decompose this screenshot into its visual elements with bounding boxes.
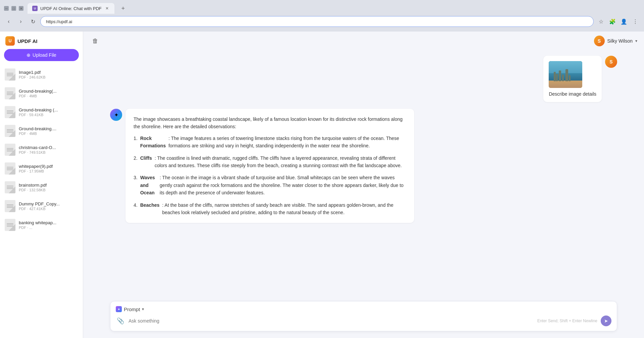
user-menu-chevron-icon: ▾ [635,39,637,43]
file-list-item[interactable]: Ground-breaking(... PDF · 4MB [0,84,83,103]
user-info[interactable]: S Silky Wilson ▾ [594,36,637,46]
file-name: banking whitepap... [19,220,78,225]
user-avatar: S [594,36,605,46]
trash-button[interactable]: 🗑 [90,36,101,46]
ai-intro-text: The image showcases a breathtaking coast… [134,115,406,131]
chat-area: Describe image details S ✦ The image sho… [83,50,644,297]
input-hint: Enter Send; Shift + Enter Newline [537,319,597,323]
file-meta: PDF · 246.62KB [19,75,78,79]
list-item-label: Rock Formations [140,135,166,150]
active-tab[interactable]: U UPDF AI Online: Chat with PDF ✕ [28,3,114,14]
file-name: Ground-breaking (... [19,107,78,112]
file-info: Dummy PDF_Copy... PDF · 427.41KB [19,201,78,211]
file-meta: PDF · 749.51KB [19,150,78,154]
list-item-text: : The ocean in the image is a vibrant sh… [160,174,406,196]
input-row: 📎 Enter Send; Shift + Enter Newline ➤ [116,316,611,326]
file-meta: PDF · 59.41KB [19,113,78,117]
ai-message: ✦ The image showcases a breathtaking coa… [110,109,617,223]
file-list-item[interactable]: Image1.pdf PDF · 246.62KB [0,65,83,84]
user-message: Describe image details S [110,56,617,102]
bookmark-button[interactable]: ☆ [596,17,606,26]
file-icon [5,219,15,231]
minimize-button[interactable]: ─ [4,6,9,11]
file-icon [5,200,15,212]
forward-button[interactable]: › [16,17,26,26]
upload-icon: ⊕ [27,52,31,58]
file-info: brainstorm.pdf PDF · 132.58KB [19,183,78,192]
file-info: Ground-breaking.... PDF · 4MB [19,126,78,136]
attach-button[interactable]: 📎 [116,316,125,326]
file-meta: PDF · 132.58KB [19,188,78,192]
upload-file-button[interactable]: ⊕ Upload File [4,49,79,61]
user-bubble: Describe image details [543,56,602,102]
close-button[interactable]: ✕ [19,6,23,11]
file-list-item[interactable]: Ground-breaking (... PDF · 59.41KB [0,103,83,122]
file-name: Image1.pdf [19,70,78,75]
reload-button[interactable]: ↻ [28,17,38,26]
ask-input[interactable] [129,318,534,324]
list-item: Beaches : At the base of the cliffs, nar… [134,201,406,216]
file-info: whitepaper(9).pdf PDF · 17.95MB [19,164,78,173]
file-icon [5,125,15,137]
file-info: christmas-card-O... PDF · 749.51KB [19,145,78,154]
app-title: UPDF AI [17,38,37,44]
file-meta: PDF · ... [19,226,78,230]
menu-button[interactable]: ⋮ [631,17,640,26]
tab-title: UPDF AI Online: Chat with PDF [40,6,102,11]
file-list-item[interactable]: Ground-breaking.... PDF · 4MB [0,122,83,140]
file-info: Ground-breaking(... PDF · 4MB [19,89,78,98]
send-button[interactable]: ➤ [601,316,611,326]
prompt-label[interactable]: Prompt [124,306,140,312]
file-name: brainstorm.pdf [19,183,78,188]
file-info: Image1.pdf PDF · 246.62KB [19,70,78,79]
list-item-text: : The coastline is lined with dramatic, … [155,154,406,170]
new-tab-button[interactable]: + [118,4,128,13]
input-area: ✦ Prompt ▾ 📎 Enter Send; Shift + Enter N… [83,297,644,338]
file-list-item[interactable]: brainstorm.pdf PDF · 132.58KB [0,178,83,197]
ai-list: Rock Formations : The image features a s… [134,135,406,216]
tab-close-button[interactable]: ✕ [104,6,110,11]
file-icon [5,162,15,175]
back-button[interactable]: ‹ [4,17,13,26]
file-list-item[interactable]: Dummy PDF_Copy... PDF · 427.41KB [0,197,83,215]
list-item: Rock Formations : The image features a s… [134,135,406,150]
file-list-item[interactable]: whitepaper(9).pdf PDF · 17.95MB [0,159,83,178]
sparkle-icon: ✦ [116,306,122,312]
user-avatar-small: S [605,56,617,68]
file-name: Ground-breaking(... [19,89,78,94]
updf-logo: U [5,36,15,46]
list-item: Cliffs : The coastline is lined with dra… [134,154,406,170]
file-list-item[interactable]: banking whitepap... PDF · ... [0,215,83,234]
file-meta: PDF · 17.95MB [19,169,78,173]
file-name: Dummy PDF_Copy... [19,201,78,206]
prompt-row: ✦ Prompt ▾ [116,306,611,312]
file-list-item[interactable]: christmas-card-O... PDF · 749.51KB [0,140,83,159]
file-icon [5,144,15,156]
file-icon [5,68,15,81]
list-item-text: : The image features a series of towerin… [168,135,406,150]
file-info: banking whitepap... PDF · ... [19,220,78,230]
file-icon [5,181,15,193]
file-meta: PDF · 427.41KB [19,207,78,211]
file-meta: PDF · 4MB [19,94,78,98]
list-item-text: : At the base of the cliffs, narrow stre… [162,201,406,216]
sidebar: U UPDF AI ⊕ Upload File Image1.pdf PDF ·… [0,32,83,338]
file-name: whitepaper(9).pdf [19,164,78,169]
ai-avatar: ✦ [110,109,122,121]
main-header: 🗑 S Silky Wilson ▾ [83,32,644,50]
list-item: Waves and Ocean : The ocean in the image… [134,174,406,196]
file-meta: PDF · 4MB [19,132,78,136]
prompt-dropdown-icon[interactable]: ▾ [142,307,144,311]
extensions-button[interactable]: 🧩 [608,17,617,26]
file-list: Image1.pdf PDF · 246.62KB Ground-breakin… [0,65,83,338]
input-box: ✦ Prompt ▾ 📎 Enter Send; Shift + Enter N… [110,301,617,331]
message-text: Describe image details [549,91,596,97]
maximize-button[interactable]: □ [11,6,16,11]
file-icon [5,87,15,99]
list-item-label: Beaches [140,201,160,216]
file-info: Ground-breaking (... PDF · 59.41KB [19,107,78,117]
profile-button[interactable]: 👤 [619,17,629,26]
image-preview [549,61,582,88]
address-input[interactable] [40,16,594,27]
list-item-label: Waves and Ocean [140,174,157,196]
